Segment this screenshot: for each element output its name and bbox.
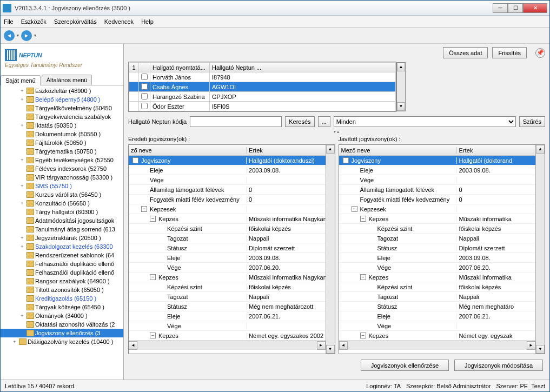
- data-row[interactable]: Képzési szintfőiskolai képzés: [339, 282, 536, 292]
- data-row[interactable]: Eleje2003.09.08.: [339, 165, 536, 175]
- data-row[interactable]: Államilag támogatott félévek0: [339, 185, 536, 195]
- tree-toggle-icon[interactable]: −: [360, 333, 366, 338]
- tab-own-menu[interactable]: Saját menü: [1, 75, 41, 85]
- menu-favorites[interactable]: Kedvencek: [104, 18, 134, 25]
- data-row[interactable]: StátuszDiplomát szerzett: [129, 243, 326, 253]
- tree-item[interactable]: Tárgytematika (50750 ): [1, 147, 123, 156]
- student-row[interactable]: Harangozó SzabinaGPJXOP: [129, 92, 396, 102]
- tree-item[interactable]: +Belépő képernyő (4800 ): [1, 95, 123, 104]
- data-row[interactable]: Vége2007.06.20.: [339, 263, 536, 273]
- tree-item[interactable]: Rendszerüzenet sablonok (64: [1, 251, 123, 260]
- tree-item[interactable]: VIR tárgyazonosság (53300 ): [1, 173, 123, 182]
- row-checkbox[interactable]: [141, 74, 148, 80]
- data-row[interactable]: −KepzesNémet egy. egyszakos 2002 (2N: [129, 331, 326, 341]
- tree-item[interactable]: +Konzultáció (56650 ): [1, 199, 123, 208]
- col-value[interactable]: Ertek: [457, 147, 535, 154]
- scroll-up-icon[interactable]: ▲: [397, 63, 405, 71]
- data-row[interactable]: Fogyaték miatti félév kedvezmény0: [129, 195, 326, 204]
- data-row[interactable]: Eleje2007.06.21.: [339, 311, 536, 321]
- data-row[interactable]: TagozatNappali: [129, 234, 326, 243]
- neptun-code-input[interactable]: [190, 116, 282, 127]
- tree-item[interactable]: +Okmányok (34000 ): [1, 311, 123, 320]
- check-relations-button[interactable]: Jogviszonyok ellenőrzése: [361, 360, 449, 371]
- hscrollbar[interactable]: ◄ ►: [339, 341, 536, 350]
- data-row[interactable]: −KepzesMűszaki informatika: [339, 273, 536, 282]
- tree-item[interactable]: Jogviszony ellenőrzés (3: [1, 329, 123, 337]
- tree-toggle-icon[interactable]: −: [343, 157, 349, 163]
- tree-item[interactable]: +SMS (55750 ): [1, 182, 123, 190]
- menu-tools[interactable]: Eszközök: [21, 18, 47, 25]
- data-row[interactable]: −KepzesMűszaki informatika: [339, 214, 536, 224]
- students-grid[interactable]: 1 Hallgató nyomtatá... Hallgató Neptun .…: [128, 62, 396, 112]
- data-row[interactable]: TagozatNappali: [339, 292, 536, 302]
- data-row[interactable]: StátuszMég nem meghatáro: [339, 302, 536, 311]
- data-row[interactable]: TagozatNappali: [129, 292, 326, 302]
- filter-button[interactable]: Szűrés: [519, 116, 545, 127]
- data-row[interactable]: Eleje2003.09.08.: [129, 253, 326, 263]
- expand-icon[interactable]: +: [19, 201, 25, 206]
- tree-item[interactable]: Dokumentumok (50550 ): [1, 130, 123, 138]
- scroll-up-icon[interactable]: ▲: [536, 145, 545, 154]
- tree-item[interactable]: Kurzus várólista (56450 ): [1, 190, 123, 199]
- tree-toggle-icon[interactable]: −: [352, 206, 357, 212]
- scroll-down-icon[interactable]: ▼: [536, 345, 545, 354]
- data-row[interactable]: Vége: [129, 321, 326, 331]
- row-checkbox[interactable]: [141, 83, 148, 90]
- tree-item[interactable]: Fájltárolók (50650 ): [1, 138, 123, 147]
- data-row[interactable]: StátuszDiplomát szerzett: [339, 243, 536, 253]
- expand-icon[interactable]: +: [19, 313, 25, 318]
- data-row[interactable]: −KepzesNémet egy. egyszak: [339, 331, 536, 341]
- student-row[interactable]: Ódor EszterI5FI0S: [129, 102, 396, 111]
- students-grid-scrollbar[interactable]: ▲ ▼: [396, 62, 406, 111]
- nav-back-button[interactable]: ◄: [4, 30, 15, 41]
- scroll-down-icon[interactable]: ▼: [397, 102, 405, 111]
- data-row[interactable]: −JogviszonyHallgatói (doktorand: [339, 156, 536, 165]
- data-row[interactable]: Eleje2007.06.21.: [129, 311, 326, 321]
- tree-item[interactable]: +Iktatás (50350 ): [1, 121, 123, 130]
- vscrollbar[interactable]: ▲ ▼: [326, 145, 335, 354]
- tree-item[interactable]: Adatmódosítási jogosultságok: [1, 216, 123, 225]
- tree-item[interactable]: Rangsor szabályok (64900 ): [1, 277, 123, 285]
- nav-forward-dropdown[interactable]: ▾: [34, 33, 36, 38]
- expand-icon[interactable]: +: [19, 123, 25, 128]
- data-row[interactable]: Fogyaték miatti félév kedvezmény0: [339, 195, 536, 204]
- grid-header-check[interactable]: [139, 63, 150, 72]
- tree-item[interactable]: Felhasználói duplikáció ellenő: [1, 268, 123, 277]
- tree-toggle-icon[interactable]: −: [360, 216, 366, 222]
- col-field-name[interactable]: ző neve: [129, 147, 247, 154]
- data-row[interactable]: TagozatNappali: [339, 234, 536, 243]
- data-row[interactable]: −Kepzesek: [339, 204, 536, 214]
- tree-item[interactable]: Tárgy hallgatói (60300 ): [1, 208, 123, 216]
- tree-item[interactable]: +Jegyzetraktárak (20500 ): [1, 234, 123, 242]
- data-row[interactable]: Eleje2003.09.08.: [339, 253, 536, 263]
- tree-toggle-icon[interactable]: −: [141, 206, 147, 212]
- tree-item[interactable]: Tiltott azonosítók (65050 ): [1, 285, 123, 294]
- tree-item[interactable]: +Diákigazolvány kezelés (10400 ): [1, 337, 123, 346]
- refresh-button[interactable]: Frissítés: [492, 47, 527, 58]
- tree-item[interactable]: +Eszközleltár (48900 ): [1, 87, 123, 95]
- tree-toggle-icon[interactable]: −: [150, 274, 156, 280]
- corrected-grid[interactable]: Mező neve Ertek −JogviszonyHallgatói (do…: [339, 144, 546, 354]
- data-row[interactable]: Képzési szintfőiskolai képzés: [129, 224, 326, 234]
- tree-item[interactable]: Kreditigazolás (65150 ): [1, 294, 123, 303]
- col-field-name[interactable]: Mező neve: [339, 147, 457, 154]
- expand-icon[interactable]: +: [19, 97, 25, 102]
- hscrollbar[interactable]: ◄ ►: [129, 341, 326, 350]
- expand-icon[interactable]: +: [11, 339, 18, 344]
- tree-item[interactable]: Tárgyekvivalencia szabályok: [1, 112, 123, 121]
- tree-item[interactable]: +Egyéb tevékenységek (52550: [1, 156, 123, 164]
- grid-header-code[interactable]: Hallgató Neptun ...: [210, 63, 396, 72]
- nav-forward-button[interactable]: ►: [21, 30, 32, 41]
- tab-general-menu[interactable]: Általános menü: [42, 75, 92, 85]
- scroll-left-icon[interactable]: ◄: [129, 341, 137, 350]
- tree-item[interactable]: +Szakdolgozat kezelés (63300: [1, 242, 123, 251]
- grid-header-index[interactable]: 1: [129, 63, 139, 72]
- filter-select[interactable]: Minden: [334, 116, 516, 127]
- tree-item[interactable]: Felhasználói duplikáció ellenő: [1, 260, 123, 268]
- expand-icon[interactable]: +: [19, 244, 25, 249]
- data-row[interactable]: Vége: [339, 175, 536, 185]
- original-grid[interactable]: ző neve Ertek −JogviszonyHallgatói (dokt…: [128, 144, 335, 354]
- tree-toggle-icon[interactable]: −: [150, 333, 156, 338]
- grid-header-name[interactable]: Hallgató nyomtatá...: [150, 63, 210, 72]
- data-row[interactable]: Vége: [339, 321, 536, 331]
